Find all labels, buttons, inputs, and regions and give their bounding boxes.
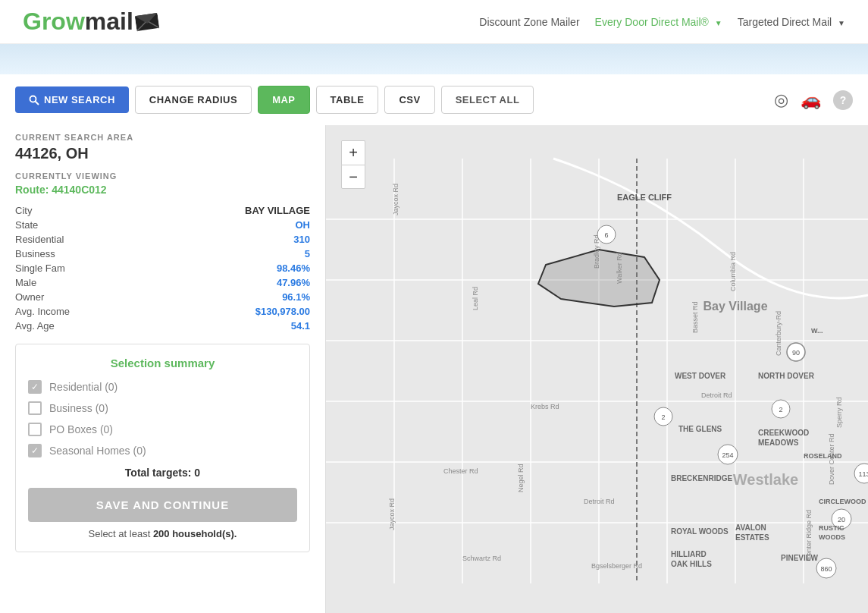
svg-text:ROSELAND: ROSELAND <box>804 452 842 460</box>
svg-text:HILLIARD: HILLIARD <box>671 550 707 558</box>
table-row: Owner 96.1% <box>15 290 310 304</box>
header: Growmail Discount Zone Mailer Every Door… <box>0 0 868 44</box>
zoom-out-button[interactable]: − <box>341 165 365 189</box>
svg-text:2: 2 <box>661 413 665 421</box>
svg-text:Leal Rd: Leal Rd <box>472 287 479 310</box>
svg-text:254: 254 <box>722 451 733 459</box>
eddm-arrow-icon: ▼ <box>715 19 722 27</box>
po-boxes-checkbox[interactable] <box>28 423 42 436</box>
search-area-value: 44126, OH <box>15 145 310 162</box>
target-icon[interactable]: ◎ <box>774 90 788 110</box>
total-targets: Total targets: 0 <box>28 467 297 479</box>
seasonal-homes-checkbox-row: Seasonal Homes (0) <box>28 444 297 457</box>
svg-text:Center Ridge Rd: Center Ridge Rd <box>805 510 813 561</box>
zoom-in-button[interactable]: + <box>341 140 365 165</box>
svg-text:Jaycox Rd: Jaycox Rd <box>392 184 400 215</box>
table-row: Avg. Income $130,978.00 <box>15 304 310 319</box>
svg-text:EAGLE CLIFF: EAGLE CLIFF <box>617 193 672 202</box>
state-field-label: State <box>15 218 149 232</box>
residential-value: 310 <box>149 232 310 247</box>
avg-age-value: 54.1 <box>149 319 310 333</box>
svg-text:THE GLENS: THE GLENS <box>678 425 722 433</box>
svg-text:113: 113 <box>858 470 868 478</box>
svg-text:6: 6 <box>604 231 608 239</box>
seasonal-homes-checkbox[interactable] <box>28 444 42 457</box>
svg-text:Westlake: Westlake <box>733 471 798 488</box>
city-field-label: City <box>15 203 149 218</box>
svg-text:OAK HILLS: OAK HILLS <box>671 560 712 568</box>
car-icon[interactable]: 🚗 <box>801 90 821 110</box>
search-icon <box>29 95 39 105</box>
svg-text:Columbia Rd: Columbia Rd <box>729 252 737 291</box>
owner-label: Owner <box>15 290 149 304</box>
male-label: Male <box>15 275 149 290</box>
owner-value: 96.1% <box>149 290 310 304</box>
table-row: City BAY VILLAGE <box>15 203 310 218</box>
select-all-button[interactable]: SELECT ALL <box>441 86 534 114</box>
svg-text:Negel Rd: Negel Rd <box>517 464 525 492</box>
save-continue-button[interactable]: SAVE AND CONTINUE <box>28 488 297 522</box>
logo-envelope-icon <box>134 11 159 33</box>
single-fam-label: Single Fam <box>15 261 149 275</box>
svg-line-5 <box>36 101 39 105</box>
avg-age-label: Avg. Age <box>15 319 149 333</box>
state-field-value: OH <box>149 218 310 232</box>
male-value: 47.96% <box>149 275 310 290</box>
svg-text:RUSTIC: RUSTIC <box>819 524 844 532</box>
city-field-value: BAY VILLAGE <box>149 203 310 218</box>
logo: Growmail <box>23 8 158 36</box>
svg-text:Canterbury-Rd: Canterbury-Rd <box>775 311 782 356</box>
selection-summary: Selection summary Residential (0) Busine… <box>15 344 310 552</box>
route-label: Route: 44140C012 <box>15 184 310 196</box>
business-checkbox[interactable] <box>28 401 42 415</box>
map-controls: + − <box>341 140 365 189</box>
svg-text:WEST DOVER: WEST DOVER <box>675 372 726 380</box>
toolbar-icons: ◎ 🚗 ? <box>774 90 853 110</box>
business-value: 5 <box>149 247 310 261</box>
total-targets-value: 0 <box>194 467 200 479</box>
help-icon[interactable]: ? <box>833 90 853 110</box>
select-hint: Select at least 200 household(s). <box>28 528 297 539</box>
svg-text:Basset Rd: Basset Rd <box>691 301 699 333</box>
svg-text:Schwartz Rd: Schwartz Rd <box>462 555 501 562</box>
residential-checkbox[interactable] <box>28 380 42 394</box>
svg-text:90: 90 <box>792 349 800 357</box>
svg-text:860: 860 <box>820 565 832 573</box>
csv-button[interactable]: CSV <box>384 86 434 114</box>
residential-checkbox-row: Residential (0) <box>28 380 297 394</box>
table-row: State OH <box>15 218 310 232</box>
svg-text:BRECKENRIDGE: BRECKENRIDGE <box>671 474 732 483</box>
table-row: Avg. Age 54.1 <box>15 319 310 333</box>
map-button[interactable]: MAP <box>258 86 309 114</box>
currently-viewing-label: CURRENTLY VIEWING <box>15 171 310 181</box>
single-fam-value: 98.46% <box>149 261 310 275</box>
current-search-label: CURRENT SEARCH AREA <box>15 133 310 142</box>
residential-checkbox-label: Residential (0) <box>49 381 118 393</box>
nav-eddm[interactable]: Every Door Direct Mail® ▼ <box>595 16 722 28</box>
svg-text:Walker Rd: Walker Rd <box>616 252 623 284</box>
blue-banner <box>0 44 868 74</box>
seasonal-homes-checkbox-label: Seasonal Homes (0) <box>49 445 146 457</box>
table-button[interactable]: TABLE <box>316 86 379 114</box>
table-row: Male 47.96% <box>15 275 310 290</box>
main-nav: Discount Zone Mailer Every Door Direct M… <box>479 16 845 28</box>
svg-text:Bgselsberger Rd: Bgselsberger Rd <box>591 562 642 570</box>
map-container[interactable]: Jaycox Rd Leal Rd Krebs Rd Chester Rd De… <box>326 125 868 613</box>
svg-text:Bay Village: Bay Village <box>703 300 767 313</box>
table-row: Single Fam 98.46% <box>15 261 310 275</box>
svg-rect-6 <box>326 159 868 583</box>
nav-targeted[interactable]: Targeted Direct Mail ▼ <box>738 16 845 28</box>
business-checkbox-label: Business (0) <box>49 402 108 414</box>
svg-text:WOODS: WOODS <box>819 533 845 541</box>
svg-text:Detroit Rd: Detroit Rd <box>701 391 732 399</box>
avg-income-label: Avg. Income <box>15 304 149 319</box>
svg-text:ROYAL WOODS: ROYAL WOODS <box>671 527 729 536</box>
svg-text:Detroit Rd: Detroit Rd <box>584 498 615 505</box>
svg-text:AVALON: AVALON <box>735 523 766 532</box>
change-radius-button[interactable]: CHANGE RADIUS <box>135 86 252 114</box>
new-search-button[interactable]: NEW SEARCH <box>15 86 129 113</box>
targeted-arrow-icon: ▼ <box>838 19 845 27</box>
business-label: Business <box>15 247 149 261</box>
nav-discount-zone[interactable]: Discount Zone Mailer <box>479 16 579 28</box>
logo-mail: mail <box>85 8 133 35</box>
